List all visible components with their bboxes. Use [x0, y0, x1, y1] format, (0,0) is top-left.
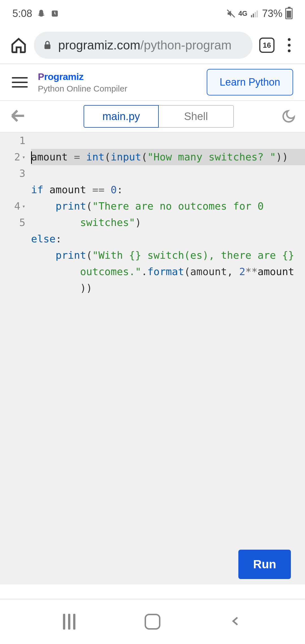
hamburger-icon[interactable]	[12, 77, 28, 88]
code-editor[interactable]: 1 2▾ 3 4▾ 5 amount = int(input("How many…	[0, 132, 305, 584]
recents-icon[interactable]	[63, 614, 75, 630]
fold-icon[interactable]: ▾	[22, 149, 25, 165]
back-arrow-icon[interactable]	[9, 107, 27, 126]
svg-rect-2	[251, 15, 252, 17]
fold-icon[interactable]: ▾	[22, 198, 25, 214]
svg-rect-5	[257, 10, 258, 17]
overflow-menu-icon[interactable]	[281, 38, 297, 52]
learn-python-button[interactable]: Learn Python	[207, 69, 293, 95]
brand-logo: Programiz	[38, 71, 197, 82]
lock-icon	[42, 40, 53, 50]
mute-icon	[226, 9, 236, 18]
svg-rect-6	[45, 44, 51, 49]
home-icon[interactable]	[10, 37, 27, 54]
brand[interactable]: Programiz Python Online Compiler	[38, 71, 197, 93]
app-header: Programiz Python Online Compiler Learn P…	[0, 64, 305, 101]
android-status-bar: 5:08 4G 73%	[0, 0, 305, 27]
svg-rect-3	[253, 14, 254, 17]
signal-icon	[250, 9, 259, 18]
snapchat-icon	[37, 9, 46, 18]
run-button[interactable]: Run	[238, 550, 291, 579]
svg-rect-4	[255, 12, 256, 17]
home-nav-icon[interactable]	[145, 614, 160, 630]
network-type: 4G	[238, 10, 247, 18]
tab-shell[interactable]: Shell	[159, 105, 234, 128]
tab-main[interactable]: main.py	[84, 105, 159, 128]
back-nav-icon[interactable]	[230, 613, 242, 630]
status-time: 5:08	[12, 8, 32, 19]
moon-icon[interactable]	[281, 109, 296, 124]
tab-switcher[interactable]: 16	[259, 38, 274, 53]
editor-toolbar: main.py Shell	[0, 101, 305, 132]
url-bar[interactable]: programiz.com/python-program	[34, 32, 252, 59]
line-gutter: 1 2▾ 3 4▾ 5	[0, 132, 31, 584]
battery-percent: 73%	[262, 8, 282, 19]
chrome-toolbar: programiz.com/python-program 16	[0, 27, 305, 64]
android-nav-bar	[0, 599, 305, 644]
brand-subtitle: Python Online Compiler	[38, 84, 197, 93]
editor-tabs: main.py Shell	[84, 105, 234, 128]
battery-icon	[285, 8, 293, 19]
app-notification-icon	[50, 9, 59, 18]
url-text: programiz.com/python-program	[58, 38, 232, 52]
code-area[interactable]: amount = int(input("How many switches? "…	[31, 132, 305, 584]
